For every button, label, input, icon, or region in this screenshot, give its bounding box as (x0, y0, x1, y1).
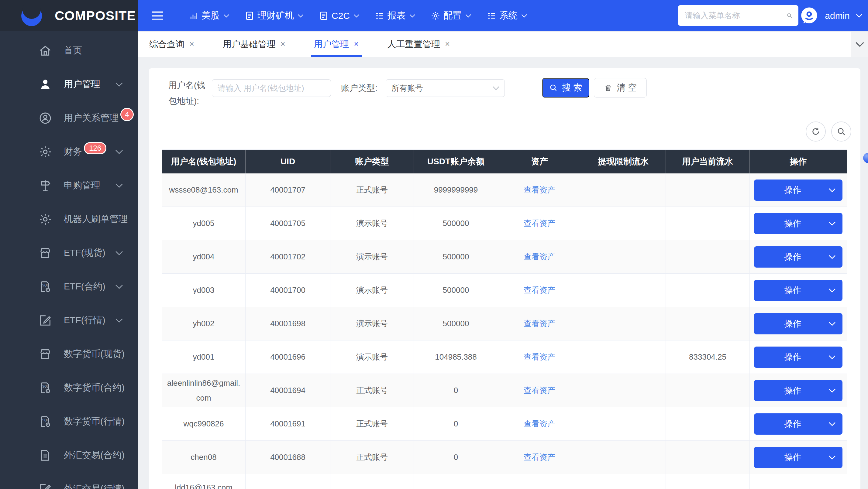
user-menu[interactable]: admin (799, 0, 863, 31)
nav-item[interactable]: 报表 (375, 9, 415, 22)
row-action-button[interactable]: 操作 (754, 280, 842, 301)
username-link[interactable]: yd005 (162, 207, 245, 240)
account-type-cell (330, 474, 414, 489)
account-type-cell: 演示账号 (330, 240, 414, 274)
view-assets-link[interactable]: 查看资产 (524, 416, 555, 431)
table-row: chen08 40001688 正式账号 0 查看资产 操作 (162, 441, 847, 474)
sidebar-item[interactable]: 外汇交易(行情) (0, 472, 138, 489)
chevron-down-icon (115, 183, 123, 188)
sidebar: COMPOSITE 首页 用户管理 (0, 0, 138, 489)
tab[interactable]: 用户管理 × (313, 32, 360, 57)
sidebar-item[interactable]: ETF(现货) (0, 236, 138, 270)
menu-search-input[interactable] (678, 11, 786, 20)
row-action-button[interactable]: 操作 (754, 380, 842, 401)
username-filter-input[interactable] (212, 79, 331, 97)
tab-close-icon[interactable]: × (281, 40, 285, 48)
avatar-icon (799, 6, 819, 26)
tab[interactable]: 综合查询 × (148, 32, 195, 57)
table-row: yh002 40001698 演示账号 500000 查看资产 操作 (162, 307, 847, 340)
view-assets-link[interactable]: 查看资产 (524, 350, 555, 364)
username-link[interactable]: yd001 (162, 340, 245, 374)
current-flow-cell (665, 307, 749, 340)
gear-icon (38, 212, 52, 226)
row-action-button[interactable]: 操作 (754, 347, 842, 368)
view-assets-link[interactable]: 查看资产 (524, 183, 555, 197)
view-assets-link[interactable]: 查看资产 (524, 249, 555, 264)
sidebar-item[interactable]: SQL ETF(合约) (0, 270, 138, 303)
username-filter-label: 用户名(钱包地址): (168, 77, 212, 109)
chevron-down-icon (829, 322, 836, 326)
sidebar-item[interactable]: 用户管理 (0, 67, 138, 101)
hamburger-menu-icon[interactable] (152, 11, 164, 21)
tabs-overflow-button[interactable] (851, 32, 868, 57)
username-link[interactable]: yd003 (162, 274, 245, 307)
row-action-button[interactable]: 操作 (754, 213, 842, 234)
account-type-cell: 演示账号 (330, 340, 414, 374)
tab-close-icon[interactable]: × (445, 40, 450, 48)
bar-chart-icon (189, 11, 198, 21)
table-search-button[interactable] (831, 122, 851, 141)
table-row: aleenlinlin86@gmail.com 40001694 正式账号 0 … (162, 374, 847, 407)
sidebar-item[interactable]: ETF(行情) (0, 303, 138, 337)
username-link[interactable]: wqc990826 (162, 407, 245, 441)
table-row: wqc990826 40001691 正式账号 0 查看资产 操作 (162, 407, 847, 441)
sidebar-item[interactable]: 财务 126 (0, 135, 138, 169)
nav-item[interactable]: 美股 (189, 9, 229, 22)
tab[interactable]: 人工重置管理 × (386, 32, 451, 57)
username-link[interactable]: yd004 (162, 240, 245, 274)
row-action-button[interactable]: 操作 (754, 413, 842, 435)
tab-close-icon[interactable]: × (354, 40, 359, 48)
tab[interactable]: 用户基础管理 × (222, 32, 287, 57)
view-assets-link[interactable]: 查看资产 (524, 450, 555, 464)
chevron-down-icon (465, 14, 471, 18)
table-header-cell: 账户类型 (330, 150, 414, 173)
sidebar-badge: 126 (84, 142, 106, 154)
chevron-down-icon (829, 255, 836, 259)
username-link[interactable]: chen08 (162, 441, 245, 474)
home-icon (38, 44, 52, 58)
chevron-down-icon (855, 42, 864, 47)
chevron-down-icon (856, 14, 863, 18)
row-action-button[interactable]: 操作 (754, 180, 842, 201)
sidebar-item[interactable]: 申购管理 (0, 169, 138, 202)
sidebar-item[interactable]: 外汇交易(合约) (0, 438, 138, 472)
sidebar-item[interactable]: 机器人刷单管理 (0, 202, 138, 236)
clear-button[interactable]: 清 空 (594, 78, 647, 97)
username-link[interactable]: ldd16@163.com (162, 474, 245, 489)
view-assets-link[interactable]: 查看资产 (524, 283, 555, 297)
view-assets-link[interactable]: 查看资产 (524, 316, 555, 331)
withdraw-flow-cell (581, 173, 665, 207)
app-root: COMPOSITE 首页 用户管理 (0, 0, 868, 489)
refresh-button[interactable] (806, 122, 826, 141)
row-action-button[interactable]: 操作 (754, 447, 842, 468)
nav-item[interactable]: 系统 (487, 9, 527, 22)
nav-menu: 美股 理财矿机 C2C 报表 (189, 9, 527, 22)
search-icon[interactable] (786, 11, 792, 20)
view-assets-link[interactable]: 查看资产 (524, 216, 555, 231)
nav-item[interactable]: C2C (319, 11, 360, 21)
top-navbar: 美股 理财矿机 C2C 报表 (138, 0, 868, 31)
row-action-button[interactable]: 操作 (754, 246, 842, 268)
row-action-button[interactable]: 操作 (754, 313, 842, 334)
sidebar-item[interactable]: SQL 数字货币(行情) (0, 404, 138, 438)
svg-text:SQL: SQL (42, 284, 49, 287)
nav-item[interactable]: 配置 (431, 9, 471, 22)
search-button[interactable]: 搜 索 (542, 78, 589, 97)
account-type-cell: 演示账号 (330, 274, 414, 307)
usdt-balance-cell: 500000 (414, 207, 498, 240)
sidebar-item[interactable]: 首页 (0, 34, 138, 67)
view-assets-link[interactable]: 查看资产 (524, 383, 555, 398)
account-type-select[interactable]: 所有账号 (386, 79, 505, 97)
sidebar-item[interactable]: 用户关系管理 4 (0, 101, 138, 135)
current-flow-cell (665, 274, 749, 307)
chevron-down-icon (409, 14, 415, 18)
nav-item[interactable]: 理财矿机 (245, 9, 304, 22)
sidebar-item[interactable]: 数字货币(现货) (0, 337, 138, 371)
username-link[interactable]: yh002 (162, 307, 245, 340)
svg-text:SQL: SQL (42, 385, 49, 388)
tab-close-icon[interactable]: × (189, 40, 194, 48)
username-link[interactable]: aleenlinlin86@gmail.com (162, 374, 245, 407)
sidebar-item[interactable]: SQL 数字货币(合约) (0, 371, 138, 404)
username-link[interactable]: wssse08@163.com (162, 173, 245, 207)
table-header-row: 用户名(钱包地址)UID账户类型USDT账户余额资产提现限制流水用户当前流水操作 (162, 150, 847, 173)
